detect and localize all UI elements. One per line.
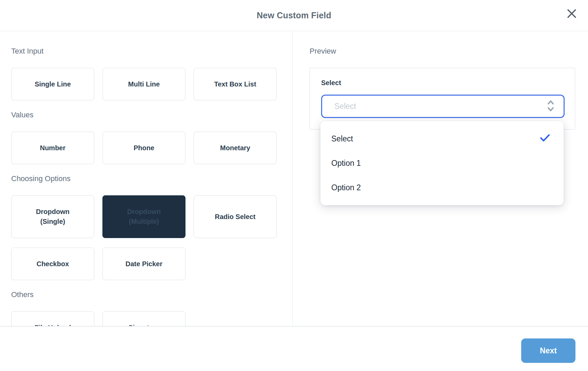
close-button[interactable]	[566, 8, 578, 20]
dropdown-option-1[interactable]: Option 1	[320, 151, 564, 175]
card-label: Signature	[128, 323, 159, 326]
section-label-choosing-options: Choosing Options	[11, 174, 292, 184]
chevron-up-down-icon	[546, 99, 555, 114]
type-card-signature[interactable]: Signature	[102, 311, 185, 326]
section-label-values: Values	[11, 110, 292, 120]
type-card-file-upload[interactable]: File Upload	[11, 311, 94, 326]
preview-heading: Preview	[310, 46, 588, 56]
field-type-panel: Text Input Single Line Multi Line Text B…	[0, 31, 293, 326]
dropdown-option-2[interactable]: Option 2	[320, 175, 564, 200]
type-card-number[interactable]: Number	[11, 132, 94, 164]
type-card-dropdown-multiple-selected[interactable]: Dropdown (Multiple)	[102, 195, 185, 238]
card-row: Checkbox Date Picker	[11, 248, 292, 280]
preview-select-input[interactable]: Select	[321, 95, 565, 118]
preview-panel: Preview Select Select Select	[293, 31, 588, 326]
close-icon	[566, 8, 577, 20]
type-card-dropdown-single[interactable]: Dropdown (Single)	[11, 195, 94, 238]
type-card-text-box-list[interactable]: Text Box List	[194, 68, 277, 100]
card-row: Dropdown (Single) Dropdown (Multiple) Ra…	[11, 195, 292, 238]
modal-title: New Custom Field	[257, 11, 331, 20]
modal-header: New Custom Field	[0, 0, 588, 31]
modal-footer: Next	[0, 326, 588, 371]
type-card-checkbox[interactable]: Checkbox	[11, 248, 94, 280]
modal-body: Text Input Single Line Multi Line Text B…	[0, 31, 588, 326]
card-row: File Upload Signature	[11, 311, 292, 326]
select-dropdown-menu: Select Option 1 Option 2	[320, 121, 564, 205]
card-label: Text Box List	[214, 79, 256, 89]
card-label: Date Picker	[125, 259, 162, 269]
option-label: Option 1	[331, 159, 361, 168]
card-label: Multi Line	[128, 79, 160, 89]
card-label: Single Line	[35, 79, 71, 89]
card-label: Number	[40, 143, 66, 153]
card-label: Dropdown (Single)	[36, 207, 70, 227]
new-custom-field-modal: New Custom Field Text Input Single Line …	[0, 0, 588, 371]
card-label: Monetary	[220, 143, 250, 153]
option-label: Select	[331, 134, 353, 143]
option-label: Option 2	[331, 183, 361, 192]
select-placeholder: Select	[322, 102, 356, 111]
type-card-multi-line[interactable]: Multi Line	[102, 68, 185, 100]
card-label: Dropdown (Multiple)	[127, 207, 161, 227]
card-label: File Upload	[35, 323, 71, 326]
dropdown-option-select[interactable]: Select	[320, 126, 564, 151]
card-label: Radio Select	[215, 212, 255, 222]
type-card-date-picker[interactable]: Date Picker	[102, 248, 185, 280]
next-button[interactable]: Next	[521, 338, 575, 363]
preview-box: Select Select	[310, 68, 575, 130]
type-card-phone[interactable]: Phone	[102, 132, 185, 164]
card-row: Number Phone Monetary	[11, 132, 292, 164]
type-card-monetary[interactable]: Monetary	[194, 132, 277, 164]
card-label: Checkbox	[37, 259, 69, 269]
card-row: Single Line Multi Line Text Box List	[11, 68, 292, 100]
card-label: Phone	[134, 143, 154, 153]
check-icon	[540, 134, 550, 143]
type-card-single-line[interactable]: Single Line	[11, 68, 94, 100]
section-label-text-input: Text Input	[11, 46, 292, 56]
preview-field-label: Select	[321, 78, 575, 87]
type-card-radio-select[interactable]: Radio Select	[194, 195, 277, 238]
section-label-others: Others	[11, 290, 292, 300]
